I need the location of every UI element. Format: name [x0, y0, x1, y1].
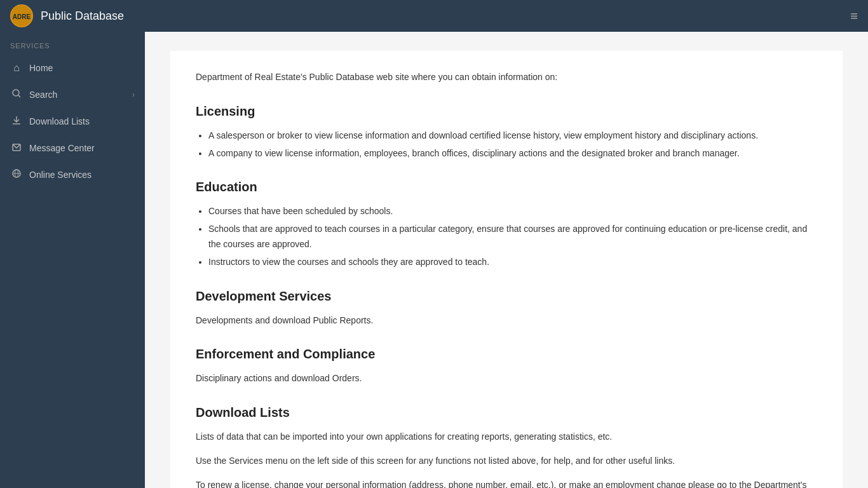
main-content: Department of Real Estate's Public Datab…	[145, 32, 868, 488]
svg-line-3	[18, 95, 20, 97]
sidebar-item-home[interactable]: ⌂ Home	[0, 55, 145, 81]
envelope-icon	[10, 142, 23, 154]
licensing-heading: Licensing	[196, 100, 817, 122]
license-change-paragraph: To renew a license, change your personal…	[196, 478, 817, 488]
navbar-logo: ADRE	[10, 4, 33, 27]
intro-text: Department of Real Estate's Public Datab…	[196, 70, 817, 85]
home-icon: ⌂	[10, 62, 23, 74]
sidebar-item-search[interactable]: Search ›	[0, 81, 145, 108]
list-item: A salesperson or broker to view license …	[208, 128, 817, 144]
enforcement-heading: Enforcement and Compliance	[196, 343, 817, 365]
svg-point-2	[13, 90, 19, 96]
download-text: Lists of data that can be imported into …	[196, 430, 817, 445]
education-heading: Education	[196, 176, 817, 198]
education-list: Courses that have been scheduled by scho…	[208, 204, 817, 269]
download-heading: Download Lists	[196, 402, 817, 423]
sidebar-item-message-center[interactable]: Message Center	[0, 135, 145, 161]
globe-icon	[10, 169, 23, 180]
list-item: Instructors to view the courses and scho…	[208, 255, 817, 270]
sidebar-item-message-center-label: Message Center	[29, 143, 95, 153]
list-item: Courses that have been scheduled by scho…	[208, 204, 817, 219]
online-services-note: Use the Services menu on the left side o…	[196, 454, 817, 469]
sidebar-item-search-label: Search	[29, 90, 57, 100]
navbar-title: Public Database	[41, 10, 850, 23]
list-item: A company to view license information, e…	[208, 146, 817, 161]
list-item: Schools that are approved to teach cours…	[208, 222, 817, 252]
download-icon	[10, 116, 23, 127]
enforcement-text: Disciplinary actions and download Orders…	[196, 371, 817, 386]
svg-text:ADRE: ADRE	[13, 13, 31, 20]
licensing-list: A salesperson or broker to view license …	[208, 128, 817, 161]
sidebar-item-online-services[interactable]: Online Services	[0, 161, 145, 188]
content-inner: Department of Real Estate's Public Datab…	[170, 51, 843, 488]
sidebar-item-download-lists[interactable]: Download Lists	[0, 108, 145, 135]
navbar: ADRE Public Database ≡	[0, 0, 868, 32]
sidebar-item-home-label: Home	[29, 63, 53, 73]
menu-icon[interactable]: ≡	[850, 9, 858, 24]
search-icon	[10, 89, 23, 100]
sidebar-section-label: SERVICES	[0, 32, 145, 55]
sidebar-item-online-services-label: Online Services	[29, 170, 92, 180]
chevron-right-icon: ›	[132, 90, 135, 99]
license-change-note: To renew a license, change your personal…	[196, 480, 806, 488]
development-text: Developments and download Public Reports…	[196, 313, 817, 329]
development-heading: Development Services	[196, 285, 817, 307]
sidebar-item-download-lists-label: Download Lists	[29, 116, 90, 126]
layout: SERVICES ⌂ Home Search ›	[0, 32, 868, 488]
sidebar: SERVICES ⌂ Home Search ›	[0, 32, 145, 488]
